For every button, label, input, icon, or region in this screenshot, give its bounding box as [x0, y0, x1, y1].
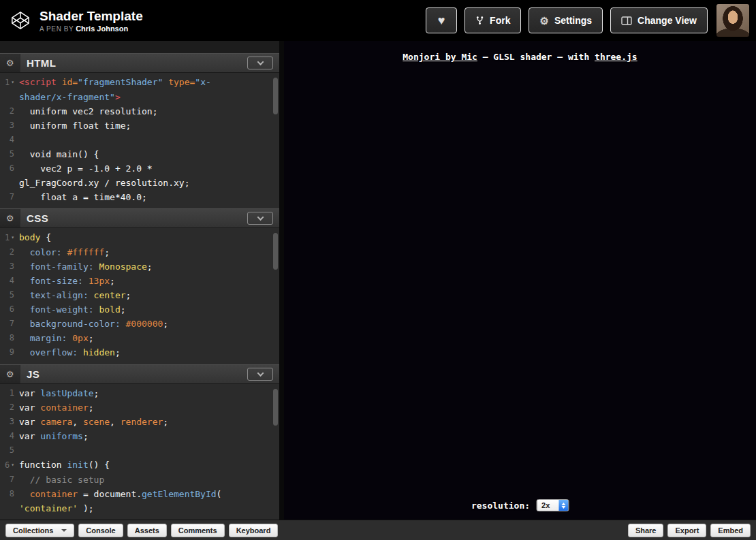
love-button[interactable]: ♥	[426, 7, 457, 33]
chevron-down-icon	[257, 370, 264, 377]
line-number: 8	[0, 331, 19, 345]
share-label: Share	[635, 526, 657, 535]
header: Shader Template A PEN BY Chris Johnson ♥…	[0, 0, 756, 41]
assets-label: Assets	[135, 526, 159, 535]
export-button[interactable]: Export	[667, 524, 706, 537]
code-line[interactable]: 3 font-family: Monospace;	[0, 259, 279, 274]
code-line[interactable]: 2 uniform vec2 resolution;	[0, 104, 279, 118]
line-number: 5	[0, 288, 19, 302]
share-button[interactable]: Share	[628, 524, 664, 537]
fork-label: Fork	[490, 15, 510, 26]
embed-button[interactable]: Embed	[710, 524, 751, 537]
code-line[interactable]: 5 void main() {	[0, 147, 279, 161]
html-panel-header: ⚙ HTML	[0, 53, 279, 73]
fork-button[interactable]: Fork	[464, 7, 521, 33]
code-line[interactable]: 2var container;	[0, 400, 279, 415]
keyboard-label: Keyboard	[236, 526, 271, 535]
css-code-editor[interactable]: 1▾body {2 color: #ffffff;3 font-family: …	[0, 228, 279, 364]
code-line[interactable]: 6▾function init() {	[0, 458, 279, 473]
fork-icon	[475, 16, 484, 25]
line-number: 8	[0, 487, 19, 501]
code-line[interactable]: 4var uniforms;	[0, 429, 279, 443]
line-number: 1▾	[0, 75, 19, 90]
preview-title: Monjori by Mic – GLSL shader – with thre…	[284, 52, 756, 62]
console-label: Console	[86, 526, 115, 535]
code-line[interactable]: 1▾<script id="fragmentShader" type="x-	[0, 75, 279, 90]
js-panel-header: ⚙ JS	[0, 364, 279, 384]
code-line[interactable]: 7 // basic setup	[0, 473, 279, 487]
code-line[interactable]: 1var lastUpdate;	[0, 386, 279, 400]
caret-down-icon	[61, 529, 67, 532]
threejs-link[interactable]: three.js	[595, 52, 637, 62]
line-number: 3	[0, 259, 19, 274]
line-number: 6▾	[0, 458, 19, 473]
code-line[interactable]: 8 margin: 0px;	[0, 331, 279, 345]
line-number: 5	[0, 443, 19, 458]
line-number: 9	[0, 345, 19, 360]
select-stepper-icon	[558, 500, 568, 511]
code-line[interactable]: 3 uniform float time;	[0, 118, 279, 133]
code-line[interactable]: 3var camera, scene, renderer;	[0, 415, 279, 429]
code-line[interactable]: 6 font-weight: bold;	[0, 302, 279, 317]
fold-arrow-icon[interactable]: ▾	[11, 462, 14, 468]
author-link[interactable]: Chris Johnson	[76, 25, 128, 33]
resize-divider[interactable]	[279, 41, 284, 520]
code-line[interactable]: 8 container = document.getElementById(	[0, 487, 279, 501]
html-editor-scrollbar[interactable]	[273, 78, 278, 114]
code-line[interactable]: 9 overflow: hidden;	[0, 345, 279, 360]
resolution-value: 2x	[537, 501, 558, 509]
resolution-select[interactable]: 2x	[536, 499, 569, 511]
code-line[interactable]: 7 float a = time*40.0;	[0, 190, 279, 204]
settings-label: Settings	[554, 15, 592, 26]
js-panel-title: JS	[27, 368, 40, 380]
codepen-app: Shader Template A PEN BY Chris Johnson ♥…	[0, 0, 756, 540]
code-line[interactable]: 7 background-color: #000000;	[0, 317, 279, 331]
export-label: Export	[675, 526, 699, 535]
js-collapse-button[interactable]	[247, 368, 273, 381]
preview-pane: Monjori by Mic – GLSL shader – with thre…	[284, 41, 756, 520]
code-line[interactable]: 5 text-align: center;	[0, 288, 279, 302]
avatar[interactable]	[716, 4, 749, 37]
line-number: 3	[0, 118, 19, 133]
code-line[interactable]: 1▾body {	[0, 230, 279, 245]
code-line[interactable]: 'container' );	[0, 501, 279, 515]
css-panel-title: CSS	[27, 212, 48, 224]
html-code-editor[interactable]: 1▾<script id="fragmentShader" type="x-sh…	[0, 73, 279, 208]
css-editor-scrollbar[interactable]	[273, 233, 278, 270]
code-line[interactable]: 2 color: #ffffff;	[0, 245, 279, 259]
js-editor-panel: ⚙ JS 1var lastUpdate;2var container;3var…	[0, 364, 279, 520]
settings-button[interactable]: ⚙ Settings	[529, 7, 603, 33]
html-collapse-button[interactable]	[247, 57, 273, 69]
chevron-down-icon	[257, 214, 264, 221]
codepen-logo-icon[interactable]	[11, 10, 31, 31]
code-line[interactable]: 5	[0, 443, 279, 458]
footer-right-group: Share Export Embed	[628, 524, 751, 537]
line-number: 6	[0, 302, 19, 317]
change-view-button[interactable]: Change View	[610, 7, 708, 33]
line-number: 1▾	[0, 230, 19, 245]
css-collapse-button[interactable]	[247, 212, 273, 225]
comments-label: Comments	[178, 526, 217, 535]
css-panel-gear-icon[interactable]: ⚙	[0, 209, 20, 227]
code-line[interactable]: shader/x-fragment">	[0, 90, 279, 104]
code-line[interactable]: 6 vec2 p = -1.0 + 2.0 *	[0, 161, 279, 176]
heart-icon: ♥	[438, 14, 445, 27]
line-number: 2	[0, 400, 19, 415]
collections-button[interactable]: Collections	[5, 524, 74, 537]
keyboard-button[interactable]: Keyboard	[229, 524, 279, 537]
code-line[interactable]: 4 font-size: 13px;	[0, 274, 279, 288]
code-line[interactable]: gl_FragCoord.xy / resolution.xy;	[0, 176, 279, 190]
pen-title: Shader Template	[40, 9, 143, 24]
fold-arrow-icon[interactable]: ▾	[11, 79, 14, 85]
assets-button[interactable]: Assets	[127, 524, 167, 537]
js-editor-scrollbar[interactable]	[273, 389, 278, 426]
js-panel-gear-icon[interactable]: ⚙	[0, 365, 20, 383]
html-panel-gear-icon[interactable]: ⚙	[0, 54, 20, 72]
main-area: ⚙ HTML 1▾<script id="fragmentShader" typ…	[0, 41, 756, 520]
monjori-link[interactable]: Monjori by Mic	[403, 52, 477, 62]
code-line[interactable]: 4	[0, 133, 279, 147]
fold-arrow-icon[interactable]: ▾	[11, 234, 14, 240]
comments-button[interactable]: Comments	[171, 524, 225, 537]
js-code-editor[interactable]: 1var lastUpdate;2var container;3var came…	[0, 384, 279, 520]
console-button[interactable]: Console	[78, 524, 123, 537]
